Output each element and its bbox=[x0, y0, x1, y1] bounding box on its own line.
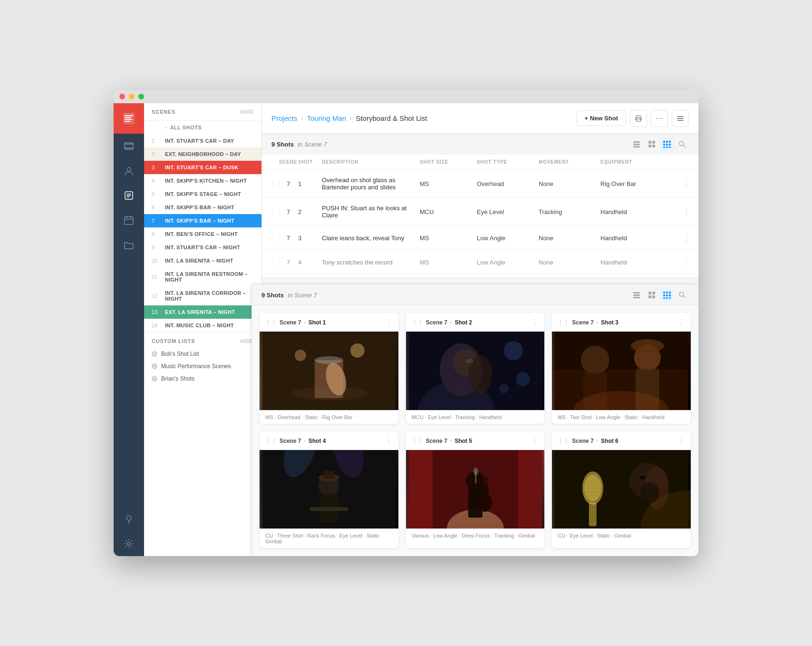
maximize-button[interactable] bbox=[138, 94, 144, 99]
custom-list-bobs[interactable]: Bob's Shot List bbox=[144, 348, 261, 360]
grid-panel: 9 Shots in Scene 7 bbox=[262, 284, 698, 556]
breadcrumb-project[interactable]: Touring Man bbox=[307, 114, 347, 122]
shot-card-2[interactable]: ⋮⋮ Scene 7 › Shot 2 ⋮ bbox=[406, 313, 545, 424]
shot-card-4[interactable]: ⋮⋮ Scene 7 › Shot 4 ⋮ bbox=[262, 431, 398, 548]
row-more-button-3[interactable]: ⋮ bbox=[672, 233, 691, 243]
shot-scene-6: Scene 7 bbox=[572, 438, 593, 444]
svg-rect-70 bbox=[310, 507, 348, 511]
svg-point-44 bbox=[315, 356, 343, 364]
scene-name-1: INT. STUART'S CAR – DAY bbox=[165, 138, 254, 144]
sidebar-item-all-shots[interactable]: – ALL SHOTS bbox=[144, 121, 261, 134]
svg-point-2 bbox=[127, 167, 131, 171]
top-bar: Projects › Touring Man › Storyboard & Sh… bbox=[262, 103, 698, 134]
sidebar-item-scene-4[interactable]: 4 INT. SKIPP'S KITCHEN – NIGHT bbox=[144, 174, 261, 187]
td-equipment-4: Handheld bbox=[600, 259, 672, 266]
nav-person-icon[interactable] bbox=[114, 158, 144, 183]
shot-label-4: Shot 4 bbox=[309, 438, 326, 444]
td-desc-2: PUSH IN: Stuart as he looks at Claire bbox=[322, 205, 420, 219]
shot-card-title-1: ⋮⋮ Scene 7 › Shot 1 bbox=[265, 319, 326, 326]
nav-calendar-icon[interactable] bbox=[114, 208, 144, 233]
shot-more-button-3[interactable]: ⋮ bbox=[677, 318, 685, 327]
shot-card-5[interactable]: ⋮⋮ Scene 7 › Shot 5 ⋮ bbox=[406, 431, 545, 548]
scene-name-12: INT. LA SIRENITA CORRIDOR – NIGHT bbox=[165, 290, 254, 302]
grid-3col-view-button[interactable] bbox=[660, 288, 674, 302]
breadcrumb: Projects › Touring Man › Storyboard & Sh… bbox=[271, 114, 427, 122]
nav-shotlist-icon[interactable] bbox=[114, 183, 144, 208]
row-more-button-4[interactable]: ⋮ bbox=[672, 257, 691, 267]
shot-card-1[interactable]: ⋮⋮ Scene 7 › Shot 1 ⋮ bbox=[262, 313, 398, 424]
shot-meta-2: MCU · Eye Level · Tracking · Handheld bbox=[406, 410, 545, 424]
shots-count: 9 Shots in Scene 7 bbox=[271, 140, 327, 148]
nav-film-icon[interactable] bbox=[114, 134, 144, 158]
hide-button[interactable]: HIDE bbox=[241, 109, 254, 115]
scene-name-11: INT. LA SIRENITA RESTROOM – NIGHT bbox=[165, 271, 254, 283]
grid2-view-button[interactable] bbox=[645, 137, 658, 151]
sidebar-item-scene-10[interactable]: 10 INT. LA SIRENITA – NIGHT bbox=[144, 254, 261, 267]
sidebar-item-scene-3[interactable]: 3 INT. STUART'S CAR – DUSK bbox=[144, 161, 261, 174]
sidebar-item-scene-5[interactable]: 5 INT. SKIPP'S STAGE – NIGHT bbox=[144, 187, 261, 201]
sidebar-item-scene-12[interactable]: 12 INT. LA SIRENITA CORRIDOR – NIGHT bbox=[144, 286, 261, 305]
svg-rect-26 bbox=[633, 297, 640, 298]
svg-point-81 bbox=[481, 485, 488, 496]
svg-rect-39 bbox=[669, 297, 671, 299]
custom-list-name-bobs: Bob's Shot List bbox=[161, 351, 199, 357]
row-more-button-1[interactable]: ⋮ bbox=[672, 178, 691, 189]
shot-card-title-3: ⋮⋮ Scene 7 › Shot 3 bbox=[558, 319, 618, 326]
td-desc-3: Claire leans back, reveal Tony bbox=[322, 235, 420, 242]
close-button[interactable] bbox=[119, 94, 125, 99]
scene-num-2: 2 bbox=[152, 151, 160, 157]
search-button[interactable] bbox=[676, 137, 689, 151]
custom-list-music[interactable]: Music Performance Scenes bbox=[144, 360, 261, 372]
nav-folder-icon[interactable] bbox=[114, 233, 144, 257]
sidebar-item-scene-13[interactable]: 13 EXT. LA SIRENITA – NIGHT bbox=[144, 305, 261, 319]
shot-label-5: Shot 5 bbox=[454, 438, 472, 444]
th-shot-type: SHOT TYPE bbox=[477, 159, 539, 165]
sidebar-item-scene-6[interactable]: 6 INT. SKIPP'S BAR – NIGHT bbox=[144, 201, 261, 214]
shot-more-button-6[interactable]: ⋮ bbox=[677, 436, 685, 445]
new-shot-button[interactable]: + New Shot bbox=[577, 110, 626, 126]
minimize-button[interactable] bbox=[129, 94, 135, 99]
sidebar-item-scene-2[interactable]: 2 EXT. NEIGHBORHOOD – DAY bbox=[144, 147, 261, 161]
row-more-button-2[interactable]: ⋮ bbox=[672, 206, 691, 217]
th-shot: SHOT bbox=[298, 159, 322, 165]
drag-handle-icon-6: ⋮⋮ bbox=[558, 438, 569, 444]
sidebar-item-scene-8[interactable]: 8 INT. BEN'S OFFICE – NIGHT bbox=[144, 227, 261, 241]
grid-search-button[interactable] bbox=[676, 288, 689, 302]
more-options-button[interactable]: ··· bbox=[651, 110, 668, 127]
app-logo[interactable] bbox=[114, 103, 144, 134]
shot-more-button-2[interactable]: ⋮ bbox=[531, 318, 539, 327]
nav-pin-icon[interactable] bbox=[114, 507, 144, 531]
scene-num-5: 5 bbox=[152, 191, 160, 197]
table-row[interactable]: ⋮⋮ 7 2 PUSH IN: Stuart as he looks at Cl… bbox=[262, 198, 698, 226]
table-section: SCENE SHOT DESCRIPTION SHOT SIZE SHOT TY… bbox=[262, 155, 698, 278]
svg-rect-76 bbox=[518, 450, 541, 529]
sidebar-item-scene-14[interactable]: 14 INT. MUSIC CLUB – NIGHT bbox=[144, 319, 261, 332]
custom-list-name-brians: Brian's Shots bbox=[161, 375, 194, 382]
table-row[interactable]: ⋮⋮ 7 3 Claire leans back, reveal Tony MS… bbox=[262, 226, 698, 250]
shot-card-3[interactable]: ⋮⋮ Scene 7 › Shot 3 ⋮ bbox=[552, 313, 691, 424]
rows-view-button[interactable] bbox=[630, 137, 643, 151]
table-row[interactable]: ⋮⋮ 7 4 Tony scratches the record MS Low … bbox=[262, 250, 698, 274]
shot-more-button-4[interactable]: ⋮ bbox=[385, 436, 393, 445]
shot-more-button-5[interactable]: ⋮ bbox=[531, 436, 539, 445]
grid3-view-button[interactable] bbox=[660, 137, 674, 151]
td-movement-2: Tracking bbox=[539, 208, 600, 215]
svg-rect-37 bbox=[663, 297, 665, 299]
svg-rect-38 bbox=[666, 297, 668, 299]
list-view-button[interactable] bbox=[672, 110, 689, 127]
grid-2col-view-button[interactable] bbox=[645, 288, 658, 302]
sidebar-item-scene-1[interactable]: 1 INT. STUART'S CAR – DAY bbox=[144, 134, 261, 147]
nav-settings-icon[interactable] bbox=[114, 531, 144, 556]
print-button[interactable] bbox=[630, 110, 647, 127]
sidebar-item-scene-11[interactable]: 11 INT. LA SIRENITA RESTROOM – NIGHT bbox=[144, 267, 261, 286]
breadcrumb-projects[interactable]: Projects bbox=[271, 114, 297, 122]
sidebar-item-scene-7[interactable]: 7 INT. SKIPP'S BAR – NIGHT bbox=[144, 214, 261, 227]
td-shot-3: 3 bbox=[298, 235, 322, 242]
sidebar-item-scene-9[interactable]: 9 INT. STUART'S CAR – NIGHT bbox=[144, 241, 261, 254]
custom-list-brians[interactable]: Brian's Shots bbox=[144, 372, 261, 385]
shot-more-button-1[interactable]: ⋮ bbox=[385, 318, 393, 327]
svg-rect-75 bbox=[408, 450, 432, 529]
table-row[interactable]: ⋮⋮ 7 1 Overhead on shot glass as Bartend… bbox=[262, 170, 698, 198]
grid-rows-view-button[interactable] bbox=[630, 288, 643, 302]
shot-card-6[interactable]: ⋮⋮ Scene 7 › Shot 6 ⋮ bbox=[552, 431, 691, 548]
